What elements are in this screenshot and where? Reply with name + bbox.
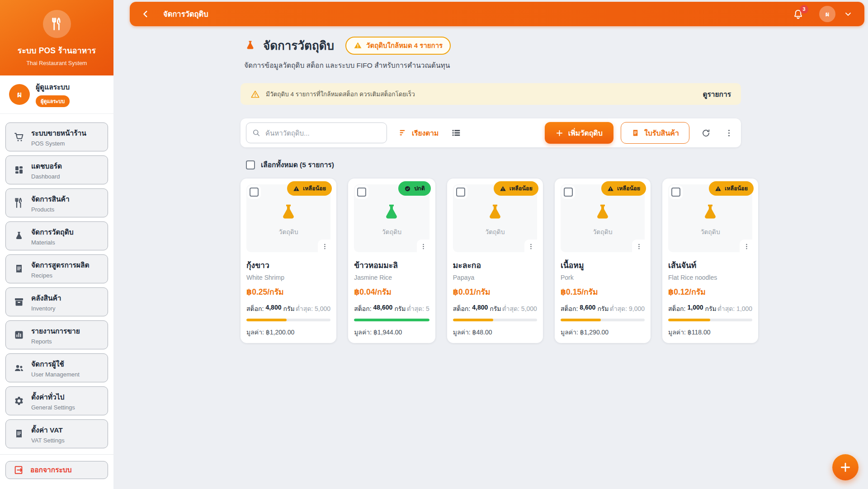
- logout-icon: [14, 465, 24, 475]
- stock-progress: [668, 319, 752, 321]
- material-value: มูลค่า: ฿1,200.00: [246, 327, 330, 337]
- check-circle-icon: [404, 185, 411, 192]
- users-icon: [14, 362, 24, 373]
- sidebar-item-sublabel: Products: [31, 206, 70, 213]
- refresh-icon: [701, 128, 711, 138]
- search-box: [246, 122, 387, 143]
- kebab-icon: [743, 243, 750, 250]
- search-input[interactable]: [246, 122, 387, 143]
- warning-icon: [607, 185, 614, 192]
- toolbar-more-button[interactable]: [722, 127, 736, 140]
- sidebar-item-reports[interactable]: รายงานการขาย Reports: [5, 320, 108, 349]
- card-menu-button[interactable]: [417, 240, 430, 253]
- flask-icon: [14, 230, 24, 241]
- chevron-down-icon: [844, 9, 853, 19]
- plus-icon: [840, 461, 851, 473]
- kebab-icon: [321, 243, 329, 250]
- appbar-avatar[interactable]: ผ: [819, 6, 835, 22]
- notifications-button[interactable]: 3: [791, 7, 806, 22]
- flask-icon: [278, 202, 299, 223]
- material-checkbox[interactable]: [250, 188, 259, 197]
- flask-icon: [381, 202, 402, 223]
- user-avatar: ผ: [9, 84, 30, 105]
- add-material-fab[interactable]: [832, 454, 859, 480]
- card-menu-button[interactable]: [632, 240, 646, 253]
- material-price: ฿0.01/กรัม: [453, 286, 537, 298]
- low-stock-warning-banner: มีวัตถุดิบ 4 รายการที่ใกล้หมดสต็อก ควรเต…: [241, 83, 741, 105]
- material-card: เหลือน้อย วัตถุดิบ เนื้อหมู Pork ฿0.15/ก…: [555, 179, 651, 343]
- sidebar-item-sublabel: Reports: [31, 338, 80, 345]
- account-menu-button[interactable]: [842, 8, 854, 20]
- card-menu-button[interactable]: [740, 240, 753, 253]
- sidebar-item-materials[interactable]: จัดการวัตถุดิบ Materials: [5, 221, 108, 250]
- material-checkbox[interactable]: [564, 188, 573, 197]
- material-name-en: Flat Rice noodles: [668, 274, 752, 281]
- material-thumbnail: เหลือน้อย วัตถุดิบ: [246, 184, 330, 252]
- stock-row: สต็อก:4,800กรัม ต่ำสุด: 5,000: [453, 304, 537, 314]
- material-thumbnail: เหลือน้อย วัตถุดิบ: [453, 184, 537, 252]
- sidebar-item-vat-settings[interactable]: ตั้งค่า VAT VAT Settings: [5, 419, 108, 448]
- sidebar-item-users[interactable]: จัดการผู้ใช้ User Management: [5, 353, 108, 382]
- sidebar-item-label: ระบบขายหน้าร้าน: [31, 129, 86, 137]
- sidebar-item-sublabel: Recipes: [31, 272, 89, 279]
- list-view-icon: [451, 128, 461, 138]
- add-material-button[interactable]: เพิ่มวัตถุดิบ: [545, 122, 613, 144]
- sidebar-item-dashboard[interactable]: แดชบอร์ด Dashboard: [5, 155, 108, 184]
- sidebar-divider: [0, 454, 113, 455]
- sidebar-item-recipes[interactable]: จัดการสูตรการผลิต Recipes: [5, 254, 108, 283]
- material-name-en: Jasmine Rice: [354, 274, 429, 281]
- status-badge: เหลือน้อย: [709, 181, 754, 196]
- material-value: มูลค่า: ฿118.00: [668, 327, 752, 337]
- material-name: ข้าวหอมมะลิ: [354, 259, 429, 272]
- list-view-toggle[interactable]: [451, 128, 461, 138]
- sidebar-item-general-settings[interactable]: ตั้งค่าทั่วไป General Settings: [5, 386, 108, 415]
- kebab-icon: [420, 243, 427, 250]
- archive-icon: [14, 296, 24, 307]
- sidebar-item-sublabel: General Settings: [31, 404, 75, 411]
- sort-button[interactable]: เรียงตาม: [399, 127, 439, 139]
- goods-receipt-button[interactable]: ใบรับสินค้า: [621, 122, 689, 144]
- card-menu-button[interactable]: [318, 240, 331, 253]
- low-stock-count-badge[interactable]: วัตถุดิบใกล้หมด 4 รายการ: [345, 37, 451, 55]
- logout-button[interactable]: ออกจากระบบ: [5, 461, 108, 479]
- select-all-checkbox[interactable]: [246, 160, 255, 169]
- thumbnail-label: วัตถุดิบ: [382, 227, 401, 237]
- page-title: จัดการวัตถุดิบ: [263, 36, 334, 55]
- sidebar-item-sublabel: VAT Settings: [31, 437, 65, 444]
- thumbnail-label: วัตถุดิบ: [700, 227, 720, 237]
- stock-progress-fill: [246, 319, 287, 321]
- material-thumbnail: เหลือน้อย วัตถุดิบ: [668, 184, 752, 252]
- main-area: จัดการวัตถุดิบ 3 ผ จัดการวัตถุดิบ วัตถุด…: [113, 0, 868, 489]
- view-list-button[interactable]: ดูรายการ: [703, 89, 731, 100]
- sort-icon: [399, 128, 408, 137]
- flask-icon: [244, 39, 256, 52]
- stock-row: สต็อก:4,800กรัม ต่ำสุด: 5,000: [246, 304, 330, 314]
- material-value: มูลค่า: ฿1,290.00: [561, 327, 645, 337]
- sidebar-item-pos[interactable]: ระบบขายหน้าร้าน POS System: [5, 122, 108, 151]
- logout-label: ออกจากระบบ: [30, 464, 72, 475]
- notification-count-badge: 3: [800, 5, 808, 14]
- select-all-control[interactable]: เลือกทั้งหมด (5 รายการ): [246, 159, 741, 170]
- page-content: จัดการวัตถุดิบ วัตถุดิบใกล้หมด 4 รายการ …: [241, 36, 741, 343]
- status-badge: เหลือน้อย: [287, 181, 332, 196]
- kebab-icon: [724, 128, 734, 138]
- sidebar-item-label: รายงานการขาย: [31, 327, 80, 335]
- refresh-button[interactable]: [699, 127, 712, 140]
- appbar-title: จัดการวัตถุดิบ: [163, 8, 208, 20]
- back-button[interactable]: [138, 6, 153, 22]
- card-menu-button[interactable]: [524, 240, 538, 253]
- material-price: ฿0.04/กรัม: [354, 286, 429, 298]
- sidebar-item-products[interactable]: จัดการสินค้า Products: [5, 188, 108, 217]
- material-checkbox[interactable]: [671, 188, 680, 197]
- material-checkbox[interactable]: [357, 188, 366, 197]
- app-subtitle: Thai Restaurant System: [7, 60, 106, 66]
- chart-icon: [14, 329, 24, 340]
- stock-progress: [561, 319, 645, 321]
- kebab-icon: [527, 243, 535, 250]
- material-checkbox[interactable]: [456, 188, 465, 197]
- sidebar-item-sublabel: POS System: [31, 140, 86, 147]
- app-title: ระบบ POS ร้านอาหาร: [7, 44, 106, 57]
- materials-grid: เหลือน้อย วัตถุดิบ กุ้งขาว White Shrimp …: [241, 179, 741, 343]
- sidebar-item-inventory[interactable]: คลังสินค้า Inventory: [5, 287, 108, 316]
- material-price: ฿0.15/กรัม: [561, 286, 645, 298]
